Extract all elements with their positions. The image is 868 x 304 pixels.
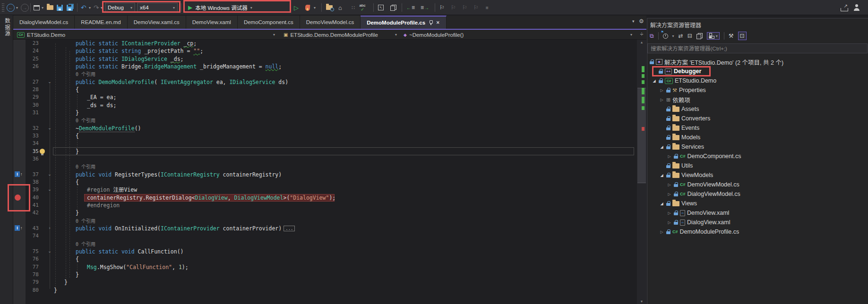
tree-item-DemoModuleProfile.cs[interactable]: ▷C#DemoModuleProfile.cs: [647, 227, 868, 236]
code-line-29[interactable]: _EA = ea;: [87, 93, 116, 101]
code-line-43[interactable]: public void OnInitialized(IContainerProv…: [76, 225, 295, 232]
code-line-37[interactable]: public void RegisterTypes(IContainerRegi…: [76, 171, 282, 178]
outline-chevron-open[interactable]: ⌄: [47, 248, 52, 255]
tree-item-DialogView.xaml[interactable]: ▷‹›DialogView.xaml: [647, 218, 868, 227]
code-line-76[interactable]: {: [76, 255, 79, 263]
code-line-26[interactable]: public static Bridge.BridgeManagement _b…: [76, 63, 282, 70]
tree-item-依赖项[interactable]: ▷⊞依赖项: [647, 95, 868, 104]
sign-in-icon[interactable]: [853, 4, 860, 11]
tree-item-Properties[interactable]: ▷⚒Properties: [647, 85, 868, 95]
outline-chevron-open[interactable]: ⌄: [47, 78, 52, 86]
code-line-33[interactable]: {: [76, 132, 79, 140]
separator: [658, 32, 659, 40]
tree-item-Assets[interactable]: Assets: [647, 104, 868, 114]
properties-pages-icon[interactable]: [696, 33, 703, 39]
tree-item-Views[interactable]: ◢Views: [647, 199, 868, 208]
expander-collapsed-icon[interactable]: ▷: [659, 230, 664, 234]
expander-expanded-icon[interactable]: ◢: [659, 173, 664, 177]
outline-chevron-open[interactable]: ⌄: [47, 125, 52, 132]
code-line-lens[interactable]: 0 个引用: [76, 70, 95, 78]
tree-item-Converters[interactable]: Converters: [647, 114, 868, 123]
code-line-77[interactable]: Msg.MsgShow("CallFunction", 1);: [87, 263, 189, 271]
tree-item-DialogViewModel.cs[interactable]: ▷C#DialogViewModel.cs: [647, 189, 868, 199]
code-line-35[interactable]: }: [76, 148, 79, 155]
code-line-78[interactable]: }: [76, 271, 79, 279]
scroll-up-arrow[interactable]: ▲: [637, 41, 646, 44]
lightbulb-icon[interactable]: [40, 149, 45, 154]
csharp-file-icon: C#: [680, 154, 686, 159]
show-all-files-toggle[interactable]: ▾: [707, 32, 720, 40]
code-editor[interactable]: 23public static IContainerProvider _cp;2…: [0, 0, 636, 304]
collapsed-region-box[interactable]: ...: [284, 226, 295, 231]
tree-item-DemoComponent.cs[interactable]: ▷C#DemoComponent.cs: [647, 152, 868, 161]
expander-expanded-icon[interactable]: ◢: [659, 145, 664, 149]
expander-collapsed-icon[interactable]: ▷: [659, 98, 664, 102]
code-line-lens[interactable]: 0 个引用: [76, 240, 95, 248]
code-line-30[interactable]: _ds = ds;: [87, 101, 116, 109]
expander-collapsed-icon[interactable]: ▷: [667, 154, 672, 159]
tree-item-Services[interactable]: ◢Services: [647, 142, 868, 152]
code-line-24[interactable]: public static string _projectPath = "";: [76, 47, 203, 55]
code-line-75[interactable]: public static void CallFunction(): [76, 248, 184, 255]
share-icon[interactable]: ↗: [841, 4, 848, 11]
code-token: CallFunction(): [138, 248, 184, 255]
lock-icon: [666, 203, 670, 206]
tab-options-gear-icon[interactable]: ⚙: [639, 18, 644, 25]
pending-changes-filter-icon[interactable]: [663, 34, 668, 39]
line-number: 77: [26, 263, 39, 271]
filter-caret-icon[interactable]: ▾: [672, 34, 674, 38]
code-line-31[interactable]: }: [76, 109, 79, 117]
split-editor-button[interactable]: ÷: [638, 31, 645, 38]
tree-item-解决方案 'ETStudio.Demo' (2 个项目, 共 2 个)[interactable]: ◆解决方案 'ETStudio.Demo' (2 个项目, 共 2 个): [647, 57, 868, 67]
code-line-lens[interactable]: 0 个引用: [76, 163, 95, 170]
code-line-80[interactable]: }: [54, 287, 57, 294]
tree-item-Events[interactable]: Events: [647, 123, 868, 133]
expander-expanded-icon[interactable]: ◢: [659, 202, 664, 206]
edit-marker: I: [15, 225, 20, 231]
code-token: }: [76, 148, 79, 155]
switch-views-icon[interactable]: ⧉: [650, 33, 654, 39]
tree-item-label: DialogViewModel.cs: [688, 191, 740, 197]
solution-search-input[interactable]: [647, 43, 868, 53]
code-line-25[interactable]: public static IDialogService _ds;: [76, 55, 184, 63]
tree-item-label: DemoViewModel.cs: [688, 181, 739, 188]
tree-item-ETStudio.Demo[interactable]: ◢C#ETStudio.Demo: [647, 76, 868, 85]
code-token: OnInitialized(: [115, 225, 161, 232]
code-line-38[interactable]: {: [76, 178, 79, 186]
code-line-lens[interactable]: 0 个引用: [76, 117, 95, 124]
scroll-down-arrow[interactable]: ▼: [637, 300, 646, 303]
sync-with-active-document-icon[interactable]: ⇄: [679, 33, 683, 39]
expander-collapsed-icon[interactable]: ▷: [667, 220, 672, 225]
code-line-41[interactable]: #endregion: [87, 202, 120, 209]
tree-item-DemoViewModel.cs[interactable]: ▷C#DemoViewModel.cs: [647, 180, 868, 189]
code-line-39[interactable]: #region 注册View: [87, 186, 137, 194]
expander-collapsed-icon[interactable]: ▷: [667, 192, 672, 196]
properties-wrench-icon[interactable]: ⚒: [729, 33, 734, 39]
collapse-all-icon[interactable]: ⊟: [688, 33, 692, 39]
code-token: DialogViewModel: [234, 194, 284, 201]
expander-collapsed-icon[interactable]: ▷: [659, 88, 664, 93]
tree-item-Utils[interactable]: Utils: [647, 161, 868, 170]
code-token: 0 个引用: [76, 219, 95, 224]
outline-chevron-open[interactable]: ⌄: [47, 171, 52, 178]
code-line-79[interactable]: }: [64, 279, 68, 286]
expander-expanded-icon[interactable]: ◢: [652, 79, 657, 83]
code-line-lens[interactable]: 0 个引用: [76, 217, 95, 225]
tree-item-Models[interactable]: Models: [647, 133, 868, 142]
outline-chevron-closed[interactable]: ›: [47, 225, 52, 232]
code-line-28[interactable]: {: [76, 86, 79, 93]
code-line-23[interactable]: public static IContainerProvider _cp;: [76, 40, 197, 47]
code-line-27[interactable]: public DemoModuleProfile( IEventAggregat…: [76, 78, 288, 86]
outline-chevron-open[interactable]: ⌄: [47, 186, 52, 194]
expander-collapsed-icon[interactable]: ▷: [667, 211, 672, 215]
folder-icon: [672, 173, 679, 178]
expander-collapsed-icon[interactable]: ▷: [667, 183, 672, 187]
lock-icon: [666, 175, 670, 177]
code-line-42[interactable]: }: [76, 209, 79, 217]
preview-selected-items-toggle[interactable]: ⊡: [738, 32, 747, 40]
code-line-40[interactable]: containerRegistry.RegisterDialog<DialogV…: [87, 194, 335, 202]
tree-item-DemoView.xaml[interactable]: ▷‹›DemoView.xaml: [647, 208, 868, 218]
scrollbar-breakpoint-mark: [642, 127, 645, 131]
code-line-32[interactable]: ~DemoModuleProfile(): [76, 125, 141, 132]
tree-item-ViewModels[interactable]: ◢ViewModels: [647, 170, 868, 180]
